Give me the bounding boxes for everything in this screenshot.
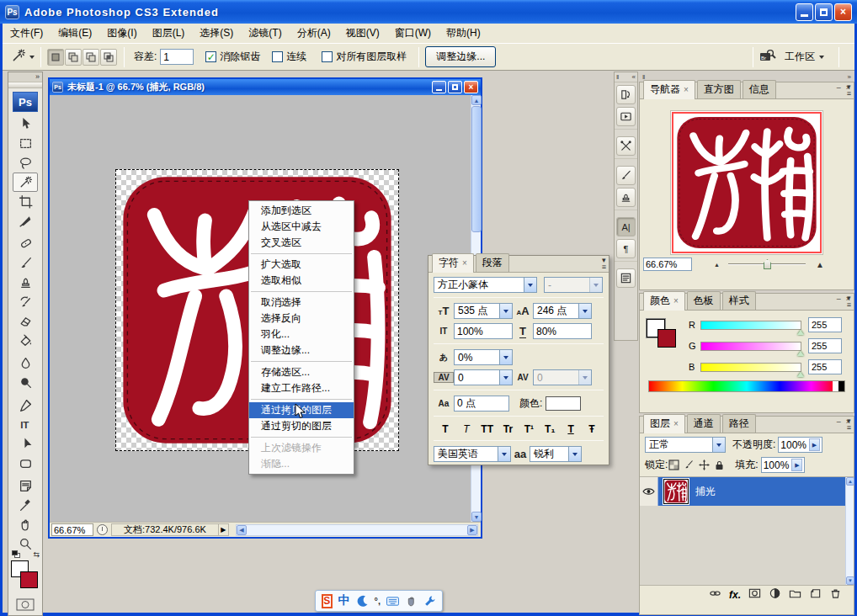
anti-alias-dropdown[interactable]: 锐利 [530,446,582,462]
menu-analysis[interactable]: 分析(A) [290,24,338,43]
dock-collapse-icon[interactable]: » [848,73,851,81]
blue-value-input[interactable] [808,359,842,374]
sample-all-layers-checkbox[interactable] [322,51,333,62]
strikethrough-button[interactable]: Ŧ [585,423,599,435]
horizontal-scrollbar[interactable]: ◀ ▶ [236,524,478,536]
tab-paths[interactable]: 路径 [722,414,756,433]
adjustment-layer-icon[interactable] [769,587,781,602]
menu-item-layer-via-cut[interactable]: 通过剪切的图层 [249,418,354,434]
panel-icon-history[interactable] [616,85,636,104]
subscript-button[interactable]: T₁ [543,423,556,435]
menu-view[interactable]: 视图(V) [338,24,387,43]
doc-maximize-button[interactable] [448,81,462,93]
layer-mask-icon[interactable] [748,587,761,602]
tool-clone-stamp[interactable] [13,273,38,292]
tool-paint-bucket[interactable] [13,331,38,350]
magic-wand-icon[interactable] [11,48,26,66]
zoom-out-icon[interactable]: ▲ [714,262,720,268]
lock-transparency-icon[interactable] [668,459,680,471]
menu-help[interactable]: 帮助(H) [439,24,488,43]
doc-minimize-button[interactable] [432,81,446,93]
anti-alias-checkbox[interactable]: ✓ [205,51,216,62]
ime-language-toggle[interactable]: 中 [338,593,350,608]
zoom-slider-thumb[interactable] [764,259,771,269]
selection-intersect-button[interactable] [100,49,117,66]
ime-moon-icon[interactable] [356,595,369,608]
lock-all-icon[interactable] [713,459,726,471]
color-minimize-icon[interactable]: – [837,295,841,303]
menu-item-similar[interactable]: 选取相似 [249,273,354,289]
menu-edit[interactable]: 编辑(E) [51,24,99,43]
layers-close-icon[interactable]: × [846,417,850,426]
scroll-left-icon[interactable]: ◀ [237,525,247,535]
layer-thumbnail[interactable] [663,479,689,504]
tool-history-brush[interactable] [13,292,38,311]
link-layers-icon[interactable] [709,587,721,602]
dock-expand-icon[interactable]: « [632,73,636,81]
color-background-swatch[interactable] [657,329,676,348]
tool-shape[interactable] [13,454,38,473]
menu-item-subtract-from-selection[interactable]: 从选区中减去 [249,219,354,235]
tool-dodge[interactable] [13,373,38,392]
tool-magic-wand[interactable] [13,173,38,192]
contiguous-checkbox[interactable] [272,51,283,62]
workspace-arrow[interactable] [819,56,824,59]
menu-item-select-inverse[interactable]: 选择反向 [249,311,354,327]
font-style-dropdown[interactable]: - [544,277,603,293]
lock-pixels-icon[interactable] [683,459,695,471]
tab-navigator[interactable]: 导航器× [643,80,695,99]
menu-item-add-to-selection[interactable]: 添加到选区 [249,203,354,219]
text-color-swatch[interactable] [546,396,581,411]
menu-select[interactable]: 选择(S) [192,24,241,43]
navigator-thumbnail[interactable] [670,110,823,255]
zoom-in-icon[interactable]: ▲ [816,260,824,269]
menu-item-feather[interactable]: 羽化... [249,327,354,343]
underline-button[interactable]: T [564,423,578,435]
menu-item-deselect[interactable]: 取消选择 [249,295,354,311]
panel-menu-icon[interactable]: ▾≡ [602,257,606,270]
tab-paragraph[interactable]: 段落 [476,253,509,272]
tab-color[interactable]: 颜色× [643,291,685,311]
menu-filter[interactable]: 滤镜(T) [241,24,289,43]
vertical-scale-input[interactable] [454,323,513,339]
ime-keyboard-icon[interactable] [386,595,399,608]
panel-icon-tool-presets[interactable] [616,136,636,156]
panel-icon-paragraph[interactable]: ¶ [616,239,636,258]
selection-new-button[interactable] [47,49,64,66]
status-popup-arrow[interactable]: ▶ [218,523,229,536]
scroll-down-icon[interactable]: ▼ [471,512,482,522]
tool-blur[interactable] [13,353,38,373]
new-layer-icon[interactable] [809,587,822,602]
selection-subtract-button[interactable] [83,49,99,66]
tool-marquee[interactable] [13,134,38,153]
blue-slider[interactable] [700,363,801,372]
layer-scroll-down-icon[interactable]: ▼ [846,576,854,585]
ime-hand-icon[interactable] [405,595,418,608]
tool-eraser[interactable] [13,311,38,331]
ime-wrench-icon[interactable] [423,595,436,608]
panel-icon-actions[interactable] [616,107,636,126]
tool-healing-brush[interactable] [13,234,38,253]
layer-visibility-toggle[interactable] [640,477,658,506]
vertical-scroll-thumb[interactable] [471,106,482,232]
panel-icon-clone-source[interactable] [616,188,636,207]
tab-swatches[interactable]: 色板 [687,291,721,310]
close-button[interactable]: × [834,3,852,21]
default-colors-icon[interactable] [12,550,21,559]
fill-control[interactable]: 100%▶ [761,457,806,473]
tab-layers[interactable]: 图层× [643,414,685,433]
tab-channels[interactable]: 通道 [687,414,721,433]
layer-scroll-up-icon[interactable]: ▲ [846,477,854,486]
faux-bold-button[interactable]: T [439,423,452,435]
menu-layer[interactable]: 图层(L) [145,24,193,43]
bridge-icon[interactable]: Br [759,49,776,65]
tool-brush[interactable] [13,253,38,273]
blend-mode-dropdown[interactable]: 正常 [645,437,726,453]
tsume-dropdown[interactable]: 0% [454,349,513,365]
kerning-dropdown[interactable]: 0 [533,369,592,385]
font-size-dropdown[interactable]: 535 点 [454,303,513,319]
tool-lasso[interactable] [13,153,38,173]
layer-style-icon[interactable]: fx. [729,589,741,601]
refine-edge-button[interactable]: 调整边缘... [425,46,496,67]
minimize-button[interactable] [796,3,813,21]
